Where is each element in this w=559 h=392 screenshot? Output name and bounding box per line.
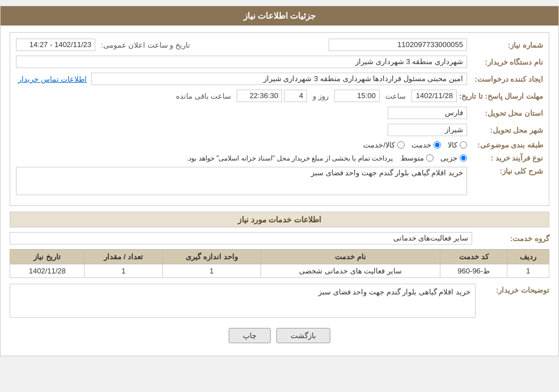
province-label: استان محل تحویل: — [469, 109, 543, 117]
need-number-value: 1102097733000055 — [329, 39, 467, 51]
need-description-row: شرح کلی نیاز: خرید اقلام گیاهی بلوار گند… — [16, 167, 543, 195]
creator-label: ایجاد کننده درخواست: — [469, 75, 543, 83]
need-number-row: شماره نیاز: 1102097733000055 تاریخ و ساع… — [16, 39, 543, 51]
cell-date: 1402/11/28 — [10, 264, 85, 278]
response-time-label: ساعت — [385, 92, 406, 100]
cell-quantity: 1 — [85, 264, 162, 278]
content-area: شماره نیاز: 1102097733000055 تاریخ و ساع… — [1, 26, 558, 356]
services-table-header-row: ردیف کد خدمت نام خدمت واحد اندازه گیری ت… — [10, 250, 549, 264]
cell-unit: 1 — [162, 264, 260, 278]
response-days: 4 — [284, 90, 307, 102]
buyer-org-label: نام دستگاه خریدار: — [469, 58, 543, 66]
category-option-khedmat[interactable]: خدمت — [411, 141, 441, 149]
col-date: تاریخ نیاز — [10, 250, 85, 264]
print-button[interactable]: چاپ — [229, 328, 271, 343]
need-description-label: شرح کلی نیاز: — [469, 167, 543, 175]
creator-value: امین محبتی مسئول قراردادها شهرداری منطقه… — [91, 73, 467, 85]
services-table-head: ردیف کد خدمت نام خدمت واحد اندازه گیری ت… — [10, 250, 549, 264]
col-service-name: نام خدمت — [261, 250, 440, 264]
purchase-type-label: نوع فرآیند خرید : — [469, 154, 543, 162]
buyer-comments-row: توضیحات خریدار: خرید اقلام گیاهی بلوار گ… — [10, 284, 549, 318]
buyer-comments-value: خرید اقلام گیاهی بلوار گندم جهت واحد فضا… — [10, 284, 476, 318]
purchase-notice: پرداخت تمام یا بخشی از مبلغ خریدار محل "… — [16, 154, 393, 162]
services-section-title: اطلاعات خدمات مورد نیاز — [10, 212, 549, 227]
col-unit: واحد اندازه گیری — [162, 250, 260, 264]
contact-link[interactable]: اطلاعات تماس خریدار — [18, 75, 87, 83]
announcement-date-value: 1402/11/23 - 14:27 — [16, 39, 95, 51]
category-option-kala-khedmat[interactable]: کالا/خدمت — [363, 141, 405, 149]
response-days-label: روز و — [313, 92, 329, 100]
buyer-org-value: شهرداری منطقه 3 شهرداری شیراز — [16, 56, 467, 68]
buyer-org-row: نام دستگاه خریدار: شهرداری منطقه 3 شهردا… — [16, 56, 543, 68]
purchase-type-jozi[interactable]: جزیی — [440, 154, 467, 162]
buyer-comments-label: توضیحات خریدار: — [476, 284, 549, 294]
response-deadline-label: مهلت ارسال پاسخ: تا تاریخ: — [459, 92, 543, 100]
table-row: 1 ط-96-960 سایر فعالیت های خدماتی شخصی 1… — [10, 264, 549, 278]
cell-row-num: 1 — [507, 264, 549, 278]
province-value: فارس — [388, 107, 467, 119]
col-quantity: تعداد / مقدار — [85, 250, 162, 264]
services-table-body: 1 ط-96-960 سایر فعالیت های خدماتی شخصی 1… — [10, 264, 549, 278]
service-group-row: گروه خدمت: سایر فعالیت‌های خدماتی — [10, 232, 549, 245]
response-remaining-label: ساعت باقی مانده — [176, 92, 231, 100]
purchase-type-row: نوع فرآیند خرید : متوسط جزیی پرداخت تمام… — [16, 154, 543, 162]
col-service-code: کد خدمت — [440, 250, 507, 264]
creator-row: ایجاد کننده درخواست: امین محبتی مسئول قر… — [16, 73, 543, 85]
need-description-value: خرید اقلام گیاهی بلوار گندم جهت واحد فضا… — [16, 167, 467, 195]
cell-service-name: سایر فعالیت های خدماتی شخصی — [261, 264, 440, 278]
services-table: ردیف کد خدمت نام خدمت واحد اندازه گیری ت… — [10, 249, 549, 278]
service-group-label: گروه خدمت: — [476, 234, 549, 243]
category-label: طبقه بندی موضوعی: — [469, 141, 543, 149]
purchase-type-radio-group: متوسط جزیی — [401, 154, 467, 162]
main-info-section: شماره نیاز: 1102097733000055 تاریخ و ساع… — [10, 32, 549, 206]
province-row: استان محل تحویل: فارس — [16, 107, 543, 119]
service-group-value: سایر فعالیت‌های خدماتی — [10, 232, 472, 245]
page-header: جزئیات اطلاعات نیاز — [1, 6, 558, 26]
page-title: جزئیات اطلاعات نیاز — [243, 11, 316, 20]
button-row: بازگشت چاپ — [10, 322, 549, 349]
response-date: 1402/11/28 — [411, 90, 457, 102]
services-sub-section: گروه خدمت: سایر فعالیت‌های خدماتی ردیف ک… — [10, 232, 549, 278]
response-time: 15:00 — [334, 90, 380, 102]
need-number-label: شماره نیاز: — [469, 41, 543, 49]
response-deadline-row: مهلت ارسال پاسخ: تا تاریخ: 1402/11/28 سا… — [16, 90, 543, 102]
city-label: شهر محل تحویل: — [469, 126, 543, 134]
category-option-kala[interactable]: کالا — [448, 141, 467, 149]
response-remaining: 22:36:30 — [237, 90, 282, 102]
city-value: شیراز — [388, 124, 467, 136]
category-radio-group: کالا/خدمت خدمت کالا — [363, 141, 467, 149]
col-row-num: ردیف — [507, 250, 549, 264]
purchase-type-motavasset[interactable]: متوسط — [401, 154, 434, 162]
category-row: طبقه بندی موضوعی: کالا/خدمت خدمت کالا — [16, 141, 543, 149]
page-wrapper: جزئیات اطلاعات نیاز شماره نیاز: 11020977… — [0, 6, 559, 356]
back-button[interactable]: بازگشت — [276, 328, 330, 343]
cell-service-code: ط-96-960 — [440, 264, 507, 278]
city-row: شهر محل تحویل: شیراز — [16, 124, 543, 136]
announcement-date-label: تاریخ و ساعت اعلان عمومی: — [101, 41, 190, 49]
